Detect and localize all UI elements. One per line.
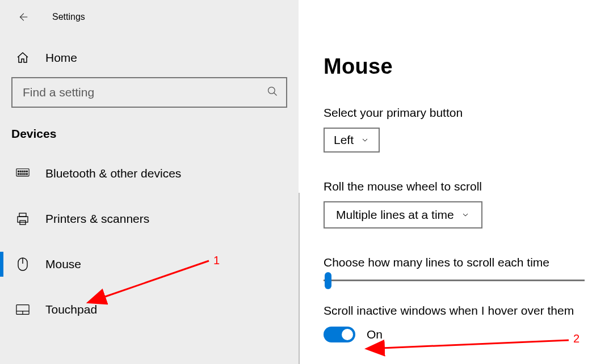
wheel-mode-dropdown[interactable]: Multiple lines at a time xyxy=(324,201,482,228)
sidebar-item-label: Bluetooth & other devices xyxy=(45,167,181,180)
svg-rect-10 xyxy=(19,213,26,217)
svg-rect-6 xyxy=(26,171,27,172)
sidebar-item-bluetooth[interactable]: Bluetooth & other devices xyxy=(0,151,299,196)
svg-rect-2 xyxy=(18,171,19,172)
sidebar-item-label: Printers & scanners xyxy=(45,212,149,226)
scroll-inactive-toggle[interactable] xyxy=(324,327,355,342)
primary-button-dropdown[interactable]: Left xyxy=(324,128,380,153)
svg-rect-4 xyxy=(22,171,23,172)
back-arrow-icon xyxy=(16,11,29,23)
svg-rect-1 xyxy=(16,169,29,176)
sidebar-section-label: Devices xyxy=(0,108,299,151)
sidebar-home[interactable]: Home xyxy=(0,34,299,77)
svg-rect-9 xyxy=(26,173,27,175)
search-input[interactable] xyxy=(11,77,287,108)
search-icon xyxy=(267,86,278,99)
sidebar-home-label: Home xyxy=(45,51,77,65)
svg-rect-7 xyxy=(18,173,19,175)
slider-thumb[interactable] xyxy=(325,272,331,289)
sidebar-item-label: Touchpad xyxy=(45,303,97,316)
toggle-state-text: On xyxy=(367,328,383,341)
printer-icon xyxy=(16,212,30,226)
mouse-icon xyxy=(16,257,30,271)
primary-button-label: Select your primary button xyxy=(324,106,588,120)
sidebar-item-label: Mouse xyxy=(45,257,81,271)
search-box[interactable] xyxy=(11,77,287,108)
back-button[interactable] xyxy=(16,10,30,24)
vertical-separator xyxy=(299,193,300,364)
chevron-down-icon xyxy=(360,136,370,145)
sidebar-item-touchpad[interactable]: Touchpad xyxy=(0,287,299,332)
svg-point-0 xyxy=(268,87,275,94)
touchpad-icon xyxy=(16,303,30,316)
dropdown-value: Left xyxy=(334,133,354,147)
keyboard-devices-icon xyxy=(16,167,30,180)
wheel-mode-label: Roll the mouse wheel to scroll xyxy=(324,180,588,193)
scroll-inactive-label: Scroll inactive windows when I hover ove… xyxy=(324,304,588,318)
home-icon xyxy=(16,51,30,65)
lines-per-scroll-label: Choose how many lines to scroll each tim… xyxy=(324,256,588,269)
chevron-down-icon xyxy=(461,210,470,219)
toggle-knob xyxy=(342,329,353,340)
settings-content: Mouse Select your primary button Left Ro… xyxy=(299,0,613,364)
settings-sidebar: Settings Home Devices Bluetooth & oth xyxy=(0,0,299,364)
svg-rect-3 xyxy=(20,171,21,172)
page-title: Mouse xyxy=(324,54,588,79)
sidebar-item-printers[interactable]: Printers & scanners xyxy=(0,196,299,242)
lines-slider[interactable] xyxy=(324,280,585,281)
svg-rect-11 xyxy=(18,217,28,222)
svg-rect-8 xyxy=(20,173,25,175)
sidebar-item-mouse[interactable]: Mouse xyxy=(0,242,299,287)
dropdown-value: Multiple lines at a time xyxy=(336,208,454,222)
svg-rect-5 xyxy=(24,171,26,172)
app-title: Settings xyxy=(52,12,85,22)
